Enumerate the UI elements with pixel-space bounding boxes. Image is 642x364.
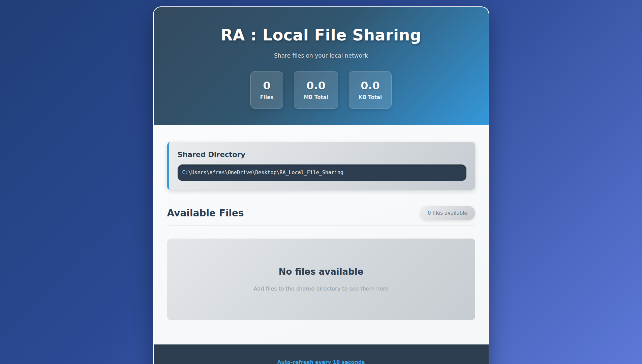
page-subtitle: Share files on your local network [160,52,482,60]
app-footer: Auto-refresh every 10 seconds [154,344,489,364]
app-header: RA : Local File Sharing Share files on y… [154,7,489,125]
stats-row: 0 Files 0.0 MB Total 0.0 KB Total [160,71,482,109]
shared-directory-path: C:\Users\afras\OneDrive\Desktop\RA_Local… [178,164,466,181]
app-card: RA : Local File Sharing Share files on y… [153,6,489,364]
stat-mb-label: MB Total [304,94,328,100]
stat-card-mb-total: 0.0 MB Total [294,71,338,109]
main-content: Shared Directory C:\Users\afras\OneDrive… [154,125,489,344]
stat-kb-value: 0.0 [359,80,382,92]
stat-card-files: 0 Files [250,71,283,109]
stat-kb-label: KB Total [359,94,382,100]
empty-state-title: No files available [279,267,364,277]
auto-refresh-status: Auto-refresh every 10 seconds [160,359,482,364]
empty-state-subtitle: Add files to the shared directory to see… [254,285,389,292]
stat-files-label: Files [260,94,274,100]
files-header-row: Available Files 0 files available [167,206,475,220]
available-files-heading: Available Files [167,208,244,219]
stat-card-kb-total: 0.0 KB Total [349,71,392,109]
shared-directory-panel: Shared Directory C:\Users\afras\OneDrive… [167,142,475,190]
page-title: RA : Local File Sharing [160,26,482,44]
files-count-badge: 0 files available [420,206,475,220]
empty-files-panel: No files available Add files to the shar… [167,238,475,320]
stat-mb-value: 0.0 [304,80,328,92]
shared-directory-heading: Shared Directory [178,151,466,159]
stat-files-value: 0 [260,80,274,92]
files-divider [167,225,475,226]
